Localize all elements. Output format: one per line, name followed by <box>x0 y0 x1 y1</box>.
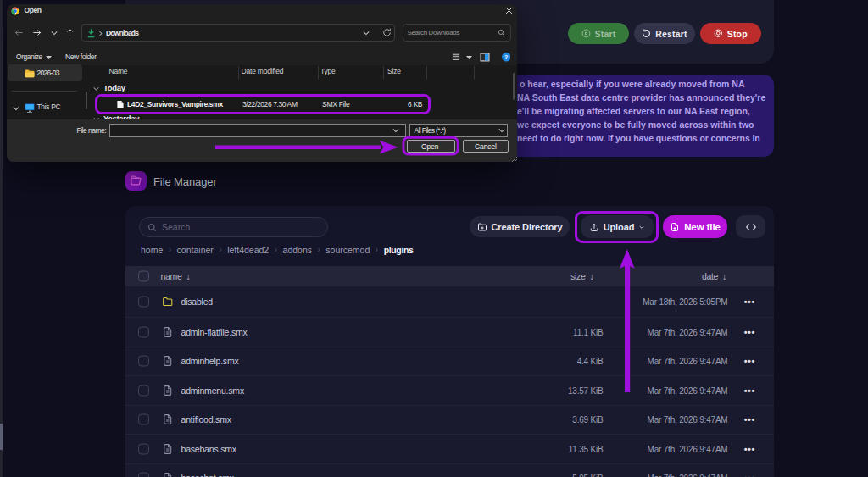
svg-text:?: ? <box>504 54 508 60</box>
